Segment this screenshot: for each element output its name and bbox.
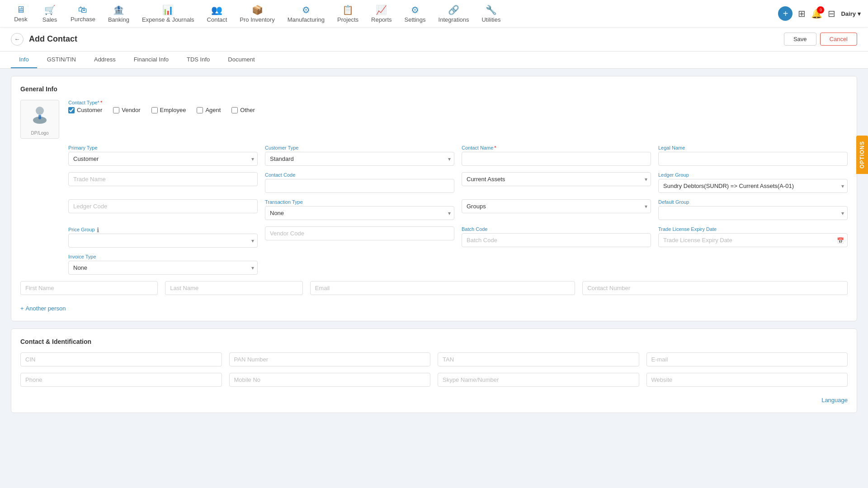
nav-proinventory[interactable]: 📦 Pro Inventory [234, 2, 280, 26]
layout-button[interactable]: ⊟ [828, 8, 835, 19]
last-name-input[interactable] [165, 281, 302, 295]
nav-integrations[interactable]: 🔗 Integrations [433, 2, 475, 26]
nav-utilities[interactable]: 🔧 Utilities [476, 2, 506, 26]
avatar-upload[interactable]: DP/Logo [20, 100, 59, 139]
pan-input[interactable] [229, 352, 431, 366]
company-selector[interactable]: Dairy ▾ [841, 10, 861, 17]
nav-sales[interactable]: 🛒 Sales [36, 2, 63, 26]
main-content: General Info DP/Logo [0, 69, 868, 484]
trade-license-input[interactable] [658, 233, 848, 247]
email-id-input[interactable] [646, 352, 848, 366]
current-assets-select[interactable]: Current Assets Fixed Assets Other Assets [462, 172, 651, 186]
agent-label: Agent [205, 107, 221, 113]
tab-tds[interactable]: TDS Info [179, 52, 218, 68]
invoice-type-select[interactable]: None Tax Invoice Bill of Supply [68, 261, 258, 275]
nav-projects[interactable]: 📋 Projects [332, 2, 364, 26]
row-5: Price Group ℹ ▾ Batch Code Trade License… [20, 226, 848, 248]
row-3: Contact Code CON-00132 Current Assets Fi… [20, 172, 848, 193]
row-2: Primary Type Customer Vendor Employee Ag… [20, 145, 848, 166]
ledger-group-select[interactable]: Sundry Debtors(SUNDR) => Current Assets(… [658, 179, 848, 193]
contact-code-label: Contact Code [265, 172, 454, 178]
transaction-type-select[interactable]: None Cash Credit [265, 206, 454, 220]
notification-button[interactable]: 🔔 0 [811, 8, 822, 19]
nav-banking[interactable]: 🏦 Banking [103, 2, 135, 26]
skype-input[interactable] [438, 373, 639, 387]
phone-input[interactable] [20, 373, 222, 387]
checkbox-agent[interactable]: Agent [197, 107, 221, 113]
nav-contact[interactable]: 👥 Contact [202, 2, 233, 26]
tab-address[interactable]: Address [86, 52, 124, 68]
avatar-col: DP/Logo [20, 100, 61, 139]
customer-type-select-wrapper: Standard Premium Basic ▾ [265, 152, 454, 166]
primary-type-select-wrapper: Customer Vendor Employee Agent Other ▾ [68, 152, 258, 166]
vendor-checkbox[interactable] [113, 107, 119, 113]
batch-code-input[interactable] [462, 233, 651, 247]
trade-license-wrapper: 📅 [658, 233, 848, 247]
nav-purchase[interactable]: 🛍 Purchase [65, 2, 101, 25]
tab-gstin[interactable]: GSTIN/TIN [39, 52, 84, 68]
tab-document[interactable]: Document [220, 52, 263, 68]
nav-expense[interactable]: 📊 Expense & Journals [137, 2, 200, 26]
header-actions: Save Cancel [784, 33, 857, 46]
price-group-label-row: Price Group ℹ [68, 226, 258, 234]
checkbox-customer[interactable]: Customer [68, 107, 102, 113]
website-input[interactable] [646, 373, 848, 387]
save-button[interactable]: Save [784, 33, 816, 46]
tab-info[interactable]: Info [11, 52, 37, 68]
invoice-type-label: Invoice Type [68, 254, 258, 259]
tan-input[interactable] [438, 352, 639, 366]
grid-icon-button[interactable]: ⊞ [798, 8, 806, 19]
price-group-label: Price Group [68, 227, 95, 232]
vendor-code-input[interactable] [265, 226, 454, 240]
cin-input[interactable] [20, 352, 222, 366]
nav-reports[interactable]: 📈 Reports [366, 2, 397, 26]
transaction-type-col: Transaction Type None Cash Credit ▾ [265, 199, 454, 220]
agent-checkbox[interactable] [197, 107, 203, 113]
nav-utilities-label: Utilities [481, 16, 500, 23]
sales-icon: 🛒 [44, 5, 56, 15]
language-label: Language [821, 397, 848, 404]
price-group-select[interactable] [68, 234, 258, 248]
nav-desk-label: Desk [14, 16, 28, 23]
contact-name-input[interactable] [462, 152, 651, 166]
integrations-icon: 🔗 [448, 5, 459, 15]
add-person-link[interactable]: + Another person [20, 305, 66, 312]
checkbox-other[interactable]: Other [231, 107, 255, 113]
nav-proinventory-label: Pro Inventory [240, 16, 274, 23]
checkbox-vendor[interactable]: Vendor [113, 107, 140, 113]
price-group-info-icon[interactable]: ℹ [97, 226, 99, 234]
options-tab[interactable]: OPTIONS [856, 136, 868, 174]
first-name-input[interactable] [20, 281, 158, 295]
calendar-icon[interactable]: 📅 [837, 237, 844, 244]
nav-settings[interactable]: ⚙ Settings [399, 2, 431, 26]
add-button[interactable]: + [778, 6, 793, 21]
back-button[interactable]: ← [11, 33, 24, 46]
utilities-icon: 🔧 [486, 5, 497, 15]
customer-type-select[interactable]: Standard Premium Basic [265, 152, 454, 166]
other-checkbox[interactable] [231, 107, 238, 113]
nav-banking-label: Banking [108, 16, 129, 23]
legal-name-label: Legal Name [658, 145, 848, 150]
legal-name-input[interactable] [658, 152, 848, 166]
default-group-select[interactable] [658, 206, 848, 220]
employee-checkbox[interactable] [151, 107, 158, 113]
groups-select[interactable]: Groups [462, 199, 651, 213]
checkbox-employee[interactable]: Employee [151, 107, 186, 113]
nav-manufacturing-label: Manufacturing [288, 16, 325, 23]
contact-code-input[interactable]: CON-00132 [265, 179, 454, 193]
mobile-input[interactable] [229, 373, 431, 387]
cancel-button[interactable]: Cancel [820, 33, 857, 46]
ledger-code-input[interactable] [68, 199, 258, 213]
trade-name-input[interactable] [68, 172, 258, 186]
nav-desk[interactable]: 🖥 Desk [7, 2, 34, 25]
contact-number-input[interactable] [582, 281, 848, 295]
language-link[interactable]: Language [821, 397, 848, 404]
email-input[interactable] [310, 281, 576, 295]
nav-manufacturing[interactable]: ⚙ Manufacturing [282, 2, 330, 26]
projects-icon: 📋 [342, 5, 354, 15]
customer-checkbox[interactable] [68, 107, 75, 113]
contact-code-col: Contact Code CON-00132 [265, 172, 454, 193]
tab-financial[interactable]: Financial Info [126, 52, 177, 68]
primary-type-select[interactable]: Customer Vendor Employee Agent Other [68, 152, 258, 166]
company-dropdown-icon: ▾ [858, 10, 861, 17]
